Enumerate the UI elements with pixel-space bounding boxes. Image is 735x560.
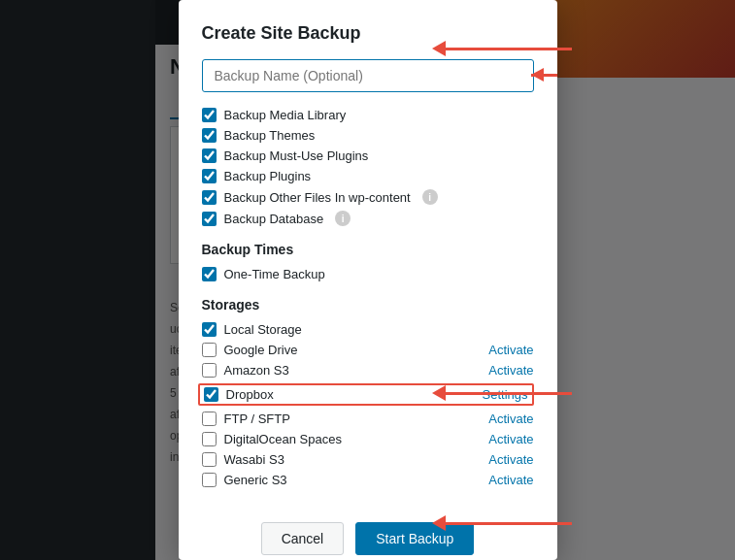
checkbox-other[interactable]	[202, 190, 217, 205]
activate-link-s3[interactable]: Activate	[488, 363, 533, 378]
storage-item-ftp: FTP / SFTP Activate	[202, 412, 534, 426]
label-themes[interactable]: Backup Themes	[224, 128, 316, 143]
label-s3: Amazon S3	[224, 363, 482, 378]
backup-name-input[interactable]	[202, 59, 534, 92]
start-backup-button[interactable]: Start Backup	[355, 522, 474, 555]
checkbox-item-media: Backup Media Library	[202, 108, 534, 122]
label-local: Local Storage	[224, 322, 534, 337]
label-plugins[interactable]: Backup Plugins	[224, 169, 312, 183]
cancel-button[interactable]: Cancel	[261, 522, 345, 555]
checkbox-item-db: Backup Database i	[202, 211, 534, 226]
activate-link-generic[interactable]: Activate	[488, 473, 533, 487]
backup-options-group: Backup Media Library Backup Themes Backu…	[202, 108, 534, 226]
activate-link-ftp[interactable]: Activate	[488, 412, 533, 426]
label-generic: Generic S3	[224, 473, 482, 487]
checkbox-item-must-use: Backup Must-Use Plugins	[202, 148, 534, 163]
checkbox-media[interactable]	[202, 108, 217, 122]
label-media[interactable]: Backup Media Library	[224, 108, 347, 122]
modal-overlay: Create Site Backup Backup Media Library …	[0, 0, 735, 560]
storages-title: Storages	[202, 297, 534, 313]
create-backup-modal: Create Site Backup Backup Media Library …	[179, 0, 557, 560]
checkbox-dropbox[interactable]	[204, 387, 218, 402]
checkbox-item-onetime: One-Time Backup	[202, 267, 534, 281]
label-dropbox: Dropbox	[226, 387, 475, 402]
label-gdrive: Google Drive	[224, 343, 482, 357]
checkbox-plugins[interactable]	[202, 169, 217, 183]
checkbox-themes[interactable]	[202, 128, 217, 143]
activate-link-do[interactable]: Activate	[488, 432, 533, 446]
checkbox-must-use[interactable]	[202, 148, 217, 163]
modal-title: Create Site Backup	[202, 23, 534, 44]
label-must-use[interactable]: Backup Must-Use Plugins	[224, 148, 369, 163]
label-db[interactable]: Backup Database	[224, 212, 324, 226]
storage-item-generic: Generic S3 Activate	[202, 473, 534, 487]
storage-item-wasabi: Wasabi S3 Activate	[202, 452, 534, 467]
checkbox-onetime[interactable]	[202, 267, 217, 281]
checkbox-s3[interactable]	[202, 363, 217, 378]
label-onetime[interactable]: One-Time Backup	[224, 267, 325, 281]
info-icon-db[interactable]: i	[335, 211, 351, 226]
activate-link-gdrive[interactable]: Activate	[488, 343, 533, 357]
storage-item-local: Local Storage	[202, 322, 534, 337]
backup-times-title: Backup Times	[202, 242, 534, 257]
storage-item-gdrive: Google Drive Activate	[202, 343, 534, 357]
checkbox-do[interactable]	[202, 432, 217, 446]
checkbox-ftp[interactable]	[202, 412, 217, 426]
label-do: DigitalOcean Spaces	[224, 432, 482, 446]
label-wasabi: Wasabi S3	[224, 452, 482, 467]
storage-item-dropbox: Dropbox Settings	[198, 383, 534, 406]
input-arrow	[531, 68, 557, 82]
info-icon-other[interactable]: i	[422, 189, 438, 205]
storage-item-do: DigitalOcean Spaces Activate	[202, 432, 534, 446]
checkbox-generic[interactable]	[202, 473, 217, 487]
activate-link-wasabi[interactable]: Activate	[488, 452, 533, 467]
checkbox-wasabi[interactable]	[202, 452, 217, 467]
backup-name-container	[202, 59, 534, 108]
checkbox-gdrive[interactable]	[202, 343, 217, 357]
checkbox-item-other: Backup Other Files In wp-content i	[202, 189, 534, 205]
checkbox-item-plugins: Backup Plugins	[202, 169, 534, 183]
settings-link-dropbox[interactable]: Settings	[483, 387, 528, 402]
modal-footer: Cancel Start Backup	[202, 507, 534, 555]
label-ftp: FTP / SFTP	[224, 412, 482, 426]
storage-item-s3: Amazon S3 Activate	[202, 363, 534, 378]
checkbox-local[interactable]	[202, 322, 217, 337]
checkbox-db[interactable]	[202, 212, 217, 226]
label-other[interactable]: Backup Other Files In wp-content	[224, 190, 411, 205]
checkbox-item-themes: Backup Themes	[202, 128, 534, 143]
